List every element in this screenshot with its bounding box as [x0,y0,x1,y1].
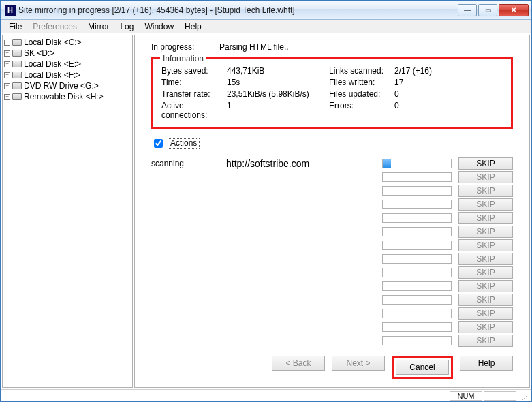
transfer-url: http://softstribe.com [226,158,382,169]
transfer-row: SKIP [151,266,513,279]
time-label: Time: [161,78,227,87]
errors-label: Errors: [329,101,394,120]
tree-item[interactable]: +DVD RW Drive <G:> [4,80,131,91]
transfer-row: SKIP [151,211,513,225]
skip-button: SKIP [458,171,513,183]
skip-button: SKIP [458,307,513,320]
expand-icon[interactable]: + [4,50,10,57]
transfer-row: SKIP [151,279,513,293]
menu-file[interactable]: File [3,20,27,33]
tree-item[interactable]: +Removable Disk <H:> [4,91,131,102]
tree-item[interactable]: +Local Disk <F:> [4,69,131,80]
transfer-progress [382,227,452,236]
expand-icon[interactable]: + [4,72,10,78]
time-value: 15s [227,78,329,87]
files-written-value: 17 [394,78,456,87]
skip-button: SKIP [458,280,513,292]
transfer-row: SKIP [151,307,513,320]
actions-checkbox[interactable] [154,139,163,148]
transfer-progress [382,241,452,250]
expand-icon[interactable]: + [4,94,10,100]
skip-button: SKIP [458,321,513,333]
transfer-row: SKIP [151,184,513,198]
tree-item-label: Removable Disk <H:> [24,92,104,102]
active-connections-value: 1 [227,101,329,120]
actions-label: Actions [168,138,200,149]
transfer-row: SKIP [151,320,513,334]
expand-icon[interactable]: + [4,40,10,46]
files-updated-value: 0 [394,89,456,99]
menu-help[interactable]: Help [179,20,207,33]
transfer-rate-value: 23,51KiB/s (5,98KiB/s) [227,89,329,99]
bytes-saved-value: 443,71KiB [227,66,329,76]
information-group: Information Bytes saved: 443,71KiB Links… [151,57,513,129]
transfer-progress [382,281,452,291]
transfer-progress [382,159,452,168]
menu-mirror[interactable]: Mirror [82,20,114,33]
transfer-progress [382,200,452,209]
links-scanned-value: 2/17 (+16) [394,66,456,76]
drive-icon [12,61,22,67]
skip-button: SKIP [458,212,513,224]
transfer-progress [382,322,452,332]
cancel-button[interactable]: Cancel [396,360,449,375]
active-connections-label: Active connections: [161,101,227,120]
files-written-label: Files written: [329,78,394,87]
transfer-progress [382,186,452,196]
app-icon: H [5,5,16,16]
tree-item-label: Local Disk <C:> [24,37,82,47]
statusbar: NUM [1,389,531,401]
drive-icon [12,50,22,57]
transfer-row: SKIP [151,334,513,347]
skip-button: SKIP [458,226,513,238]
window-title: Site mirroring in progress [2/17 (+16), … [18,5,456,15]
transfer-list: scanninghttp://softstribe.comSKIPSKIPSKI… [151,157,513,347]
menu-log[interactable]: Log [114,20,139,33]
errors-value: 0 [394,101,456,120]
maximize-button[interactable]: ▭ [478,4,497,16]
resize-grip-icon[interactable] [518,391,527,401]
in-progress-value: Parsing HTML file.. [219,42,289,52]
drive-icon [12,82,22,89]
expand-icon[interactable]: + [4,61,10,67]
back-button[interactable]: < Back [272,356,325,371]
bytes-saved-label: Bytes saved: [161,66,227,76]
transfer-progress [382,254,452,264]
transfer-progress [382,309,452,318]
transfer-row: SKIP [151,293,513,307]
tree-item[interactable]: +Local Disk <E:> [4,59,131,69]
help-button[interactable]: Help [460,356,513,371]
tree-item[interactable]: +Local Disk <C:> [4,37,131,48]
skip-button[interactable]: SKIP [458,157,513,170]
cancel-highlight: Cancel [392,356,453,379]
transfer-row: scanninghttp://softstribe.comSKIP [151,157,513,170]
tree-item-label: SK <D:> [24,48,54,58]
tree-item-label: Local Disk <F:> [24,70,80,80]
menubar: File Preferences Mirror Log Window Help [1,20,531,33]
information-legend: Information [160,54,206,63]
transfer-status: scanning [151,159,226,168]
menu-window[interactable]: Window [139,20,179,33]
transfer-row: SKIP [151,170,513,184]
status-num: NUM [450,391,482,401]
next-button[interactable]: Next > [332,356,385,371]
status-empty [484,391,516,401]
expand-icon[interactable]: + [4,83,10,89]
drive-icon [12,72,22,78]
transfer-progress [382,213,452,223]
drive-icon [12,39,22,46]
minimize-button[interactable]: — [458,4,477,16]
in-progress-label: In progress: [151,42,219,52]
skip-button: SKIP [458,239,513,251]
transfer-row: SKIP [151,198,513,211]
skip-button: SKIP [458,266,513,279]
tree-item[interactable]: +SK <D:> [4,48,131,59]
drive-tree[interactable]: +Local Disk <C:>+SK <D:>+Local Disk <E:>… [2,35,133,388]
menu-preferences[interactable]: Preferences [27,20,82,33]
close-button[interactable]: ✕ [499,4,529,16]
transfer-rate-label: Transfer rate: [161,89,227,99]
transfer-row: SKIP [151,252,513,266]
skip-button: SKIP [458,335,513,347]
transfer-row: SKIP [151,238,513,252]
transfer-progress [382,268,452,277]
